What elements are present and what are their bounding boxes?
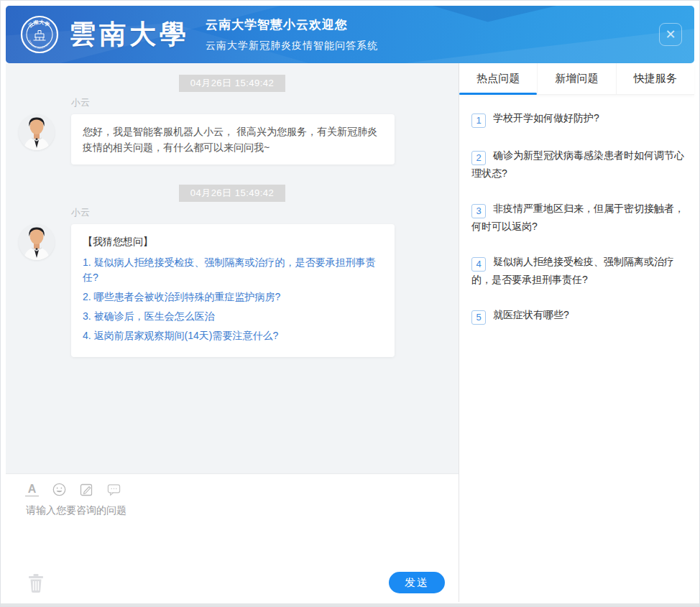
hot-question-list: 1学校开学如何做好防护? 2确诊为新型冠状病毒感染患者时如何调节心理状态? 3非…	[459, 95, 694, 344]
university-name-calligraphy: 雲南大學	[69, 17, 190, 52]
timestamp-badge: 04月26日 15:49:42	[179, 185, 286, 202]
question-text: 学校开学如何做好防护?	[493, 112, 599, 124]
message-group: 04月26日 15:49:42 小云	[6, 185, 459, 357]
tab-quick-services[interactable]: 快捷服务	[616, 63, 694, 94]
trash-icon[interactable]	[28, 573, 44, 593]
message-group: 04月26日 15:49:42 小云	[6, 75, 459, 165]
send-button[interactable]: 发送	[389, 572, 445, 593]
app-window: 云南大学 YUNNAN UNIVERSITY 雲南大學 云南大学智慧小云欢迎您 …	[0, 0, 700, 607]
question-list-item[interactable]: 3非疫情严重地区归来，但属于密切接触者，何时可以返岗?	[471, 200, 688, 234]
question-number-badge: 5	[471, 310, 486, 325]
question-list-item[interactable]: 5就医症状有哪些?	[471, 307, 688, 325]
close-icon: ✕	[665, 27, 676, 42]
university-seal-logo: 云南大学 YUNNAN UNIVERSITY	[20, 15, 59, 54]
chat-column: 04月26日 15:49:42 小云	[6, 63, 459, 602]
header-titles: 云南大学智慧小云欢迎您 云南大学新冠肺炎疫情智能问答系统	[206, 17, 378, 52]
composer: A	[6, 473, 459, 602]
message-text: 您好，我是智能客服机器人小云， 很高兴为您服务，有关新冠肺炎疫情的相关问题，有什…	[83, 126, 377, 153]
message-icon[interactable]	[107, 483, 121, 496]
window-bottom-edge	[1, 603, 699, 606]
question-list-item[interactable]: 2确诊为新型冠状病毒感染患者时如何调节心理状态?	[471, 147, 688, 181]
question-text: 非疫情严重地区归来，但属于密切接触者，何时可以返岗?	[471, 203, 684, 232]
main-content: 04月26日 15:49:42 小云	[6, 63, 694, 602]
suggested-question-link[interactable]: 2. 哪些患者会被收治到特殊的重症监护病房?	[83, 289, 383, 305]
sidebar-tabs: 热点问题 新增问题 快捷服务	[459, 63, 694, 95]
sender-name: 小云	[71, 96, 459, 109]
tab-hot-questions[interactable]: 热点问题	[459, 63, 537, 94]
sender-name: 小云	[71, 206, 459, 219]
question-text: 疑似病人拒绝接受检疫、强制隔离或治疗的，是否要承担刑事责任?	[471, 256, 674, 285]
bot-avatar	[19, 224, 55, 260]
emoji-icon[interactable]	[52, 483, 66, 496]
chat-input[interactable]	[6, 496, 459, 572]
question-number-badge: 4	[471, 257, 486, 272]
question-number-badge: 3	[471, 204, 486, 218]
question-number-badge: 2	[471, 151, 486, 165]
question-list-item[interactable]: 4疑似病人拒绝接受检疫、强制隔离或治疗的，是否要承担刑事责任?	[471, 254, 688, 287]
suggested-question-link[interactable]: 1. 疑似病人拒绝接受检疫、强制隔离或治疗的，是否要承担刑事责任?	[83, 255, 383, 285]
suggested-question-link[interactable]: 3. 被确诊后，医生会怎么医治	[83, 309, 383, 324]
header: 云南大学 YUNNAN UNIVERSITY 雲南大學 云南大学智慧小云欢迎您 …	[6, 6, 694, 63]
question-number-badge: 1	[471, 113, 486, 128]
question-list-item[interactable]: 1学校开学如何做好防护?	[471, 110, 688, 128]
question-text: 确诊为新型冠状病毒感染患者时如何调节心理状态?	[471, 149, 684, 179]
question-text: 就医症状有哪些?	[493, 309, 569, 320]
message-bubble: 【我猜您想问】 1. 疑似病人拒绝接受检疫、强制隔离或治疗的，是否要承担刑事责任…	[71, 224, 395, 357]
page-subtitle: 云南大学新冠肺炎疫情智能问答系统	[206, 40, 378, 52]
message-bubble: 您好，我是智能客服机器人小云， 很高兴为您服务，有关新冠肺炎疫情的相关问题，有什…	[71, 114, 395, 165]
page-title: 云南大学智慧小云欢迎您	[206, 17, 378, 33]
tab-new-questions[interactable]: 新增问题	[537, 63, 615, 94]
bot-avatar	[19, 114, 55, 150]
chat-message-area[interactable]: 04月26日 15:49:42 小云	[6, 63, 459, 473]
timestamp-badge: 04月26日 15:49:42	[179, 75, 286, 92]
font-icon[interactable]: A	[25, 483, 39, 496]
sidebar-panel: 热点问题 新增问题 快捷服务 1学校开学如何做好防护? 2确诊为新型冠状病毒感染…	[459, 63, 694, 602]
composer-toolbar: A	[6, 474, 459, 496]
suggested-question-link[interactable]: 4. 返岗前居家观察期间(14天)需要注意什么?	[83, 328, 383, 343]
edit-icon[interactable]	[80, 483, 93, 496]
suggestion-intro: 【我猜您想问】	[83, 233, 383, 249]
close-button[interactable]: ✕	[659, 23, 682, 46]
composer-bottom-bar: 发送	[6, 572, 459, 602]
